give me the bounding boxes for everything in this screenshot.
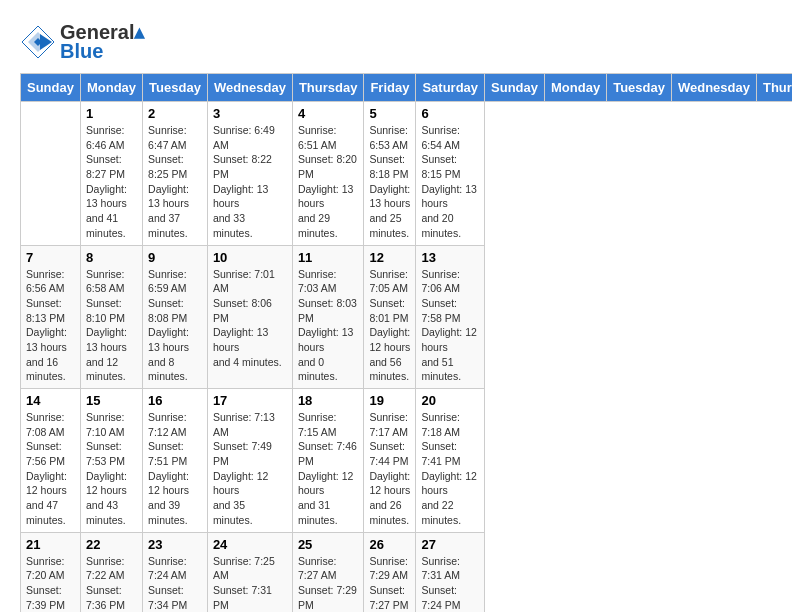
day-number: 21: [26, 537, 75, 552]
day-cell: 17Sunrise: 7:13 AMSunset: 7:49 PMDayligh…: [207, 389, 292, 533]
header-row: SundayMondayTuesdayWednesdayThursdayFrid…: [21, 74, 793, 102]
day-number: 27: [421, 537, 479, 552]
col-header-thursday: Thursday: [756, 74, 792, 102]
week-row-2: 7Sunrise: 6:56 AMSunset: 8:13 PMDaylight…: [21, 245, 793, 389]
day-cell: 1Sunrise: 6:46 AMSunset: 8:27 PMDaylight…: [80, 102, 142, 246]
day-info: Sunrise: 6:59 AMSunset: 8:08 PMDaylight:…: [148, 267, 202, 385]
day-number: 13: [421, 250, 479, 265]
day-number: 14: [26, 393, 75, 408]
day-info: Sunrise: 7:08 AMSunset: 7:56 PMDaylight:…: [26, 410, 75, 528]
day-cell: 5Sunrise: 6:53 AMSunset: 8:18 PMDaylight…: [364, 102, 416, 246]
day-number: 10: [213, 250, 287, 265]
col-header-tuesday: Tuesday: [143, 74, 208, 102]
day-cell: 26Sunrise: 7:29 AMSunset: 7:27 PMDayligh…: [364, 532, 416, 612]
day-number: 4: [298, 106, 359, 121]
day-info: Sunrise: 7:15 AMSunset: 7:46 PMDaylight:…: [298, 410, 359, 528]
calendar-table: SundayMondayTuesdayWednesdayThursdayFrid…: [20, 73, 792, 612]
day-cell: 2Sunrise: 6:47 AMSunset: 8:25 PMDaylight…: [143, 102, 208, 246]
day-info: Sunrise: 7:27 AMSunset: 7:29 PMDaylight:…: [298, 554, 359, 613]
day-cell: 15Sunrise: 7:10 AMSunset: 7:53 PMDayligh…: [80, 389, 142, 533]
day-info: Sunrise: 7:05 AMSunset: 8:01 PMDaylight:…: [369, 267, 410, 385]
col-header-sunday: Sunday: [485, 74, 545, 102]
day-cell: 20Sunrise: 7:18 AMSunset: 7:41 PMDayligh…: [416, 389, 485, 533]
col-header-saturday: Saturday: [416, 74, 485, 102]
day-number: 23: [148, 537, 202, 552]
col-header-wednesday: Wednesday: [671, 74, 756, 102]
day-cell: [21, 102, 81, 246]
day-info: Sunrise: 6:47 AMSunset: 8:25 PMDaylight:…: [148, 123, 202, 241]
day-info: Sunrise: 6:58 AMSunset: 8:10 PMDaylight:…: [86, 267, 137, 385]
day-number: 26: [369, 537, 410, 552]
day-number: 17: [213, 393, 287, 408]
page-header: General▴ Blue: [20, 20, 772, 63]
day-cell: 11Sunrise: 7:03 AMSunset: 8:03 PMDayligh…: [292, 245, 364, 389]
day-info: Sunrise: 7:20 AMSunset: 7:39 PMDaylight:…: [26, 554, 75, 613]
day-cell: 24Sunrise: 7:25 AMSunset: 7:31 PMDayligh…: [207, 532, 292, 612]
day-number: 24: [213, 537, 287, 552]
day-cell: 16Sunrise: 7:12 AMSunset: 7:51 PMDayligh…: [143, 389, 208, 533]
day-cell: 27Sunrise: 7:31 AMSunset: 7:24 PMDayligh…: [416, 532, 485, 612]
day-number: 15: [86, 393, 137, 408]
day-cell: 18Sunrise: 7:15 AMSunset: 7:46 PMDayligh…: [292, 389, 364, 533]
day-cell: 14Sunrise: 7:08 AMSunset: 7:56 PMDayligh…: [21, 389, 81, 533]
col-header-thursday: Thursday: [292, 74, 364, 102]
day-number: 5: [369, 106, 410, 121]
col-header-tuesday: Tuesday: [607, 74, 672, 102]
col-header-monday: Monday: [80, 74, 142, 102]
day-info: Sunrise: 6:51 AMSunset: 8:20 PMDaylight:…: [298, 123, 359, 241]
day-info: Sunrise: 7:25 AMSunset: 7:31 PMDaylight:…: [213, 554, 287, 613]
day-number: 11: [298, 250, 359, 265]
day-info: Sunrise: 7:01 AMSunset: 8:06 PMDaylight:…: [213, 267, 287, 370]
day-info: Sunrise: 6:56 AMSunset: 8:13 PMDaylight:…: [26, 267, 75, 385]
day-cell: 9Sunrise: 6:59 AMSunset: 8:08 PMDaylight…: [143, 245, 208, 389]
day-cell: 12Sunrise: 7:05 AMSunset: 8:01 PMDayligh…: [364, 245, 416, 389]
day-info: Sunrise: 7:17 AMSunset: 7:44 PMDaylight:…: [369, 410, 410, 528]
day-info: Sunrise: 6:53 AMSunset: 8:18 PMDaylight:…: [369, 123, 410, 241]
day-info: Sunrise: 7:29 AMSunset: 7:27 PMDaylight:…: [369, 554, 410, 613]
day-number: 19: [369, 393, 410, 408]
week-row-1: 1Sunrise: 6:46 AMSunset: 8:27 PMDaylight…: [21, 102, 793, 246]
day-info: Sunrise: 7:22 AMSunset: 7:36 PMDaylight:…: [86, 554, 137, 613]
day-cell: 25Sunrise: 7:27 AMSunset: 7:29 PMDayligh…: [292, 532, 364, 612]
col-header-wednesday: Wednesday: [207, 74, 292, 102]
day-info: Sunrise: 7:10 AMSunset: 7:53 PMDaylight:…: [86, 410, 137, 528]
day-number: 8: [86, 250, 137, 265]
day-number: 12: [369, 250, 410, 265]
day-info: Sunrise: 7:03 AMSunset: 8:03 PMDaylight:…: [298, 267, 359, 385]
day-cell: 19Sunrise: 7:17 AMSunset: 7:44 PMDayligh…: [364, 389, 416, 533]
logo-text: General▴ Blue: [60, 20, 144, 63]
day-cell: 21Sunrise: 7:20 AMSunset: 7:39 PMDayligh…: [21, 532, 81, 612]
col-header-monday: Monday: [545, 74, 607, 102]
day-number: 20: [421, 393, 479, 408]
day-cell: 4Sunrise: 6:51 AMSunset: 8:20 PMDaylight…: [292, 102, 364, 246]
day-info: Sunrise: 6:54 AMSunset: 8:15 PMDaylight:…: [421, 123, 479, 241]
day-number: 3: [213, 106, 287, 121]
day-number: 1: [86, 106, 137, 121]
logo: General▴ Blue: [20, 20, 144, 63]
day-number: 7: [26, 250, 75, 265]
week-row-3: 14Sunrise: 7:08 AMSunset: 7:56 PMDayligh…: [21, 389, 793, 533]
day-cell: 3Sunrise: 6:49 AMSunset: 8:22 PMDaylight…: [207, 102, 292, 246]
day-cell: 13Sunrise: 7:06 AMSunset: 7:58 PMDayligh…: [416, 245, 485, 389]
day-info: Sunrise: 6:49 AMSunset: 8:22 PMDaylight:…: [213, 123, 287, 241]
week-row-4: 21Sunrise: 7:20 AMSunset: 7:39 PMDayligh…: [21, 532, 793, 612]
day-info: Sunrise: 7:12 AMSunset: 7:51 PMDaylight:…: [148, 410, 202, 528]
day-number: 6: [421, 106, 479, 121]
day-info: Sunrise: 7:13 AMSunset: 7:49 PMDaylight:…: [213, 410, 287, 528]
day-info: Sunrise: 7:31 AMSunset: 7:24 PMDaylight:…: [421, 554, 479, 613]
day-cell: 6Sunrise: 6:54 AMSunset: 8:15 PMDaylight…: [416, 102, 485, 246]
day-cell: 10Sunrise: 7:01 AMSunset: 8:06 PMDayligh…: [207, 245, 292, 389]
day-number: 22: [86, 537, 137, 552]
day-info: Sunrise: 7:24 AMSunset: 7:34 PMDaylight:…: [148, 554, 202, 613]
day-number: 25: [298, 537, 359, 552]
day-cell: 8Sunrise: 6:58 AMSunset: 8:10 PMDaylight…: [80, 245, 142, 389]
day-info: Sunrise: 6:46 AMSunset: 8:27 PMDaylight:…: [86, 123, 137, 241]
col-header-friday: Friday: [364, 74, 416, 102]
day-cell: 22Sunrise: 7:22 AMSunset: 7:36 PMDayligh…: [80, 532, 142, 612]
day-info: Sunrise: 7:18 AMSunset: 7:41 PMDaylight:…: [421, 410, 479, 528]
day-info: Sunrise: 7:06 AMSunset: 7:58 PMDaylight:…: [421, 267, 479, 385]
day-number: 18: [298, 393, 359, 408]
day-number: 16: [148, 393, 202, 408]
day-cell: 7Sunrise: 6:56 AMSunset: 8:13 PMDaylight…: [21, 245, 81, 389]
day-cell: 23Sunrise: 7:24 AMSunset: 7:34 PMDayligh…: [143, 532, 208, 612]
